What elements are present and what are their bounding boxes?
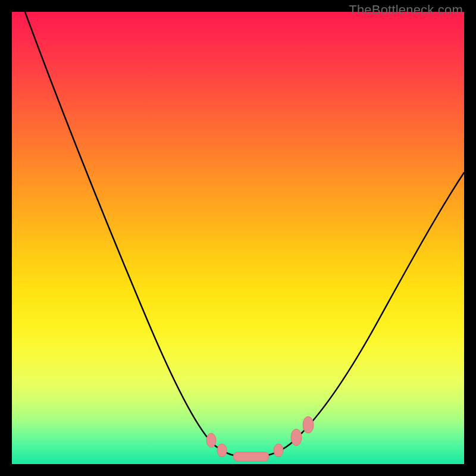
chart-frame xyxy=(12,12,464,464)
curve-marker xyxy=(274,444,283,457)
curve-marker xyxy=(206,433,216,447)
bottleneck-curve-svg xyxy=(12,12,464,464)
curve-marker xyxy=(233,452,269,461)
curve-marker xyxy=(291,429,302,446)
curve-marker xyxy=(217,444,227,457)
marker-group xyxy=(206,416,314,461)
watermark-text: TheBottleneck.com xyxy=(349,2,463,18)
bottleneck-curve-path xyxy=(25,12,464,457)
curve-marker xyxy=(303,416,314,433)
